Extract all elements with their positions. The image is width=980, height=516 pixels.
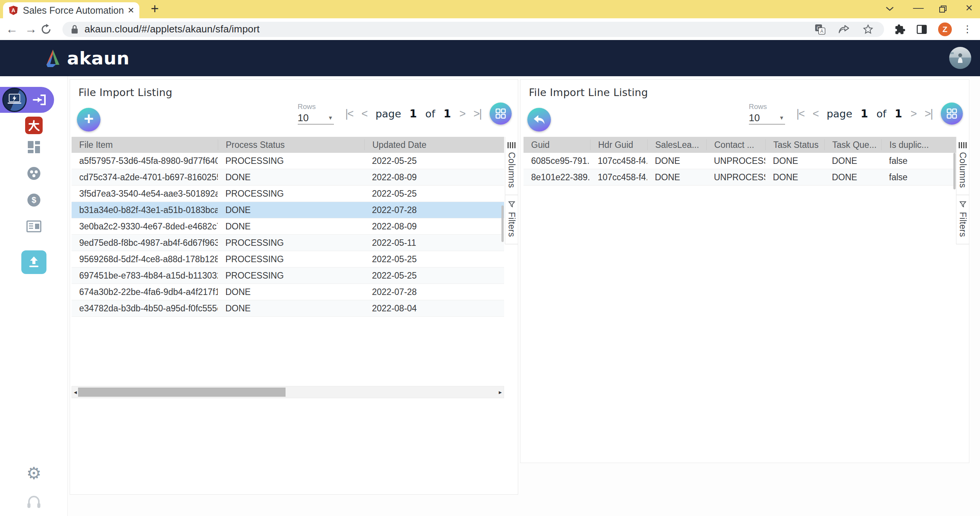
sidebar-item-import[interactable] (0, 247, 68, 277)
right-pagination: Rows 10 ▼ |< < page 1 of 1 > >| (749, 101, 963, 126)
table-row[interactable]: a5f57957-53d6-45fa-8980-9d77f640f4e7PROC… (72, 153, 504, 169)
grid-view-button[interactable] (941, 103, 963, 125)
table-row[interactable]: 8e101e22-389...107cc458-f4...DONEUNPROCE… (524, 169, 956, 186)
table-cell: PROCESSING (218, 156, 364, 166)
tab-columns[interactable]: Columns (956, 137, 969, 195)
window-chevron-icon[interactable] (885, 6, 894, 11)
right-vertical-scrollbar[interactable] (953, 153, 956, 189)
sidebar-item-organization[interactable] (0, 220, 68, 232)
table-cell: 2022-05-11 (364, 238, 504, 248)
dashboard-icon (27, 140, 41, 154)
table-row[interactable]: b31a34e0-b82f-43e1-a51b-0183bca0a811DONE… (72, 202, 504, 218)
tab-filters[interactable]: Filters (956, 195, 969, 244)
sidebar-item-support[interactable] (0, 495, 68, 510)
sfa-applet-icon[interactable] (2, 88, 27, 112)
browser-menu-kebab-icon[interactable]: ⋮ (962, 23, 972, 35)
share-icon[interactable] (838, 24, 850, 34)
sidebar-item-dashboard[interactable] (0, 140, 68, 154)
columns-tab-label: Columns (506, 152, 517, 188)
left-side-tabs: Columns Filters (505, 137, 518, 244)
window-minimize-icon[interactable]: — (913, 2, 924, 14)
browser-profile-avatar[interactable]: Z (938, 22, 952, 36)
table-cell: e34782da-b3db-4b50-a95d-f0fc555e7bf6 (72, 303, 218, 314)
tab-columns[interactable]: Columns (505, 137, 518, 195)
sidebar-item-settings[interactable]: ⚙ (0, 465, 68, 482)
forward-icon[interactable]: → (21, 22, 40, 36)
sidebar-item-active-applet[interactable] (0, 87, 54, 113)
table-cell: DONE (824, 156, 881, 166)
table-cell: 2022-05-25 (364, 271, 504, 281)
translate-icon[interactable]: GA (815, 24, 825, 35)
tab-close-icon[interactable]: × (128, 5, 134, 16)
prev-page-button[interactable]: < (361, 107, 367, 120)
file-import-line-table-header: GuidHdr GuidSalesLea...Contact ...Task S… (524, 137, 956, 153)
chevron-down-icon: ▼ (328, 115, 333, 121)
url-bar[interactable]: akaun.cloud/#/applets/akaun/sfa/import G… (62, 22, 884, 37)
sidebar-item-contacts[interactable] (0, 167, 68, 180)
table-cell: 2022-08-09 (364, 172, 504, 183)
last-page-button[interactable]: >| (925, 107, 932, 120)
table-row[interactable]: 9ed75ed8-f8bc-4987-ab4f-6d67f963e5dfPROC… (72, 235, 504, 251)
app-navbar: akaun (0, 40, 980, 76)
add-file-import-button[interactable]: + (77, 108, 101, 131)
prev-page-button[interactable]: < (812, 107, 818, 120)
new-tab-button[interactable]: + (151, 1, 159, 17)
extensions-puzzle-icon[interactable] (894, 24, 905, 35)
window-restore-icon[interactable] (939, 5, 947, 13)
back-arrow-icon (533, 114, 546, 125)
file-import-line-table-body: 6085ce95-791...107cc458-f4...DONEUNPROCE… (524, 153, 956, 186)
table-cell: DONE (218, 287, 364, 297)
file-import-table-header: File ItemProcess StatusUpdated Date (72, 137, 504, 153)
sidebar-item-finance[interactable]: $ (0, 194, 68, 207)
window-close-icon[interactable]: × (966, 1, 973, 15)
table-row[interactable]: e34782da-b3db-4b50-a95d-f0fc555e7bf6DONE… (72, 300, 504, 317)
table-row[interactable]: 697451be-e783-4b84-a15d-b11303259692PROC… (72, 268, 504, 284)
file-import-listing-panel: File Import Listing + Rows 10 ▼ |< < pag… (70, 79, 518, 495)
red-app-icon (25, 117, 43, 134)
first-page-button[interactable]: |< (796, 107, 804, 120)
organization-icon (26, 220, 41, 232)
side-panel-icon[interactable] (916, 24, 927, 35)
next-page-button[interactable]: > (460, 107, 465, 120)
upload-import-icon (21, 250, 46, 274)
akaun-triangle-logo-icon (43, 49, 63, 68)
bookmark-star-icon[interactable] (863, 24, 873, 35)
last-page-button[interactable]: >| (474, 107, 481, 120)
table-cell: DONE (765, 172, 824, 183)
scrollbar-thumb[interactable] (78, 388, 286, 397)
left-vertical-scrollbar[interactable] (501, 205, 504, 242)
columns-icon (508, 142, 516, 148)
back-button[interactable] (527, 108, 551, 131)
table-cell: 9ed75ed8-f8bc-4987-ab4f-6d67f963e5df (72, 238, 218, 248)
table-row[interactable]: 3f5d7ea3-3540-4e54-aae3-501892aba293PROC… (72, 186, 504, 202)
sidebar-item-red-app[interactable] (0, 117, 68, 134)
lock-icon (71, 24, 78, 34)
table-row[interactable]: 674a30b2-22be-4fa6-9db4-a4f217f1459dDONE… (72, 284, 504, 300)
page-word: page (375, 108, 401, 120)
left-rows-per-page-select[interactable]: Rows 10 ▼ (298, 103, 334, 125)
grid-view-button[interactable] (490, 103, 512, 125)
table-cell: DONE (647, 172, 706, 183)
column-header: Task Que... (824, 139, 881, 150)
back-icon[interactable]: ← (2, 22, 21, 36)
refresh-icon[interactable] (40, 24, 59, 35)
tab-filters[interactable]: Filters (505, 195, 518, 244)
right-rows-per-page-select[interactable]: Rows 10 ▼ (749, 103, 785, 125)
table-row[interactable]: 6085ce95-791...107cc458-f4...DONEUNPROCE… (524, 153, 956, 169)
enter-applet-icon[interactable] (32, 93, 47, 107)
table-cell: b31a34e0-b82f-43e1-a51b-0183bca0a811 (72, 205, 218, 215)
url-text[interactable]: akaun.cloud/#/applets/akaun/sfa/import (85, 23, 809, 35)
next-page-button[interactable]: > (911, 107, 916, 120)
table-cell: 107cc458-f4... (590, 156, 647, 166)
first-page-button[interactable]: |< (345, 107, 353, 120)
main-area: $ ⚙ File Import Listing + (0, 76, 980, 516)
table-row[interactable]: 9569268d-5d2f-4ce8-a88d-178b12866016PROC… (72, 251, 504, 268)
table-cell: 3e0ba2c2-9330-4e67-8ded-e4682c79d97b (72, 221, 218, 232)
table-row[interactable]: 3e0ba2c2-9330-4e67-8ded-e4682c79d97bDONE… (72, 218, 504, 235)
user-avatar[interactable] (949, 47, 971, 69)
scroll-right-icon[interactable]: ► (497, 386, 504, 398)
table-row[interactable]: cd75c374-a2de-4701-b697-81602558d7cdDONE… (72, 169, 504, 186)
left-horizontal-scrollbar[interactable]: ◄ ► (72, 386, 504, 398)
browser-tab[interactable]: A Sales Force Automation × (3, 2, 139, 18)
table-cell: DONE (218, 303, 364, 314)
